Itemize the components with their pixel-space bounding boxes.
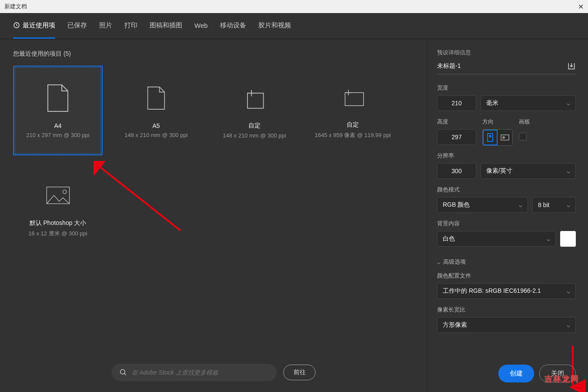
tab-photo[interactable]: 照片 (99, 13, 112, 39)
page-icon (144, 83, 168, 114)
tab-web[interactable]: Web (194, 14, 208, 38)
color-mode-select[interactable]: RGB 颜色⌵ (437, 197, 528, 213)
tab-label: 已保存 (67, 21, 87, 30)
close-button[interactable]: 关闭 (539, 365, 576, 382)
chevron-down-icon: ⌵ (437, 259, 441, 265)
select-value: 工作中的 RGB: sRGB IEC61966-2.1 (443, 287, 541, 295)
tab-art[interactable]: 图稿和插图 (150, 13, 182, 39)
preset-title: 自定 (248, 122, 261, 130)
artboard-label: 画板 (519, 118, 530, 126)
tab-print[interactable]: 打印 (124, 13, 137, 39)
pixel-ratio-select[interactable]: 方形像素⌵ (437, 317, 576, 333)
clock-icon (13, 22, 20, 29)
svg-rect-3 (47, 187, 69, 204)
svg-point-4 (63, 190, 66, 194)
tab-label: 打印 (124, 21, 137, 30)
height-input[interactable] (437, 129, 476, 145)
tab-label: Web (194, 22, 208, 29)
preset-custom-2[interactable]: 自定 1645 x 959 像素 @ 119.99 ppi (308, 66, 398, 155)
tab-recent[interactable]: 最近使用项 (13, 13, 55, 39)
chevron-down-icon: ⌵ (567, 201, 570, 208)
background-select[interactable]: 白色⌵ (437, 231, 556, 247)
chevron-down-icon: ⌵ (567, 288, 570, 295)
presets-panel: 您最近使用的项目 (5) A4 210 x 297 mm @ 300 ppi A… (0, 39, 427, 392)
preset-desc: 1645 x 959 像素 @ 119.99 ppi (314, 131, 391, 139)
tab-label: 图稿和插图 (150, 21, 182, 30)
background-swatch[interactable] (560, 231, 576, 247)
resolution-input[interactable] (437, 163, 476, 179)
preset-title: A4 (54, 122, 61, 129)
recent-items-header: 您最近使用的项目 (5) (13, 50, 414, 58)
chevron-down-icon: ⌵ (547, 235, 550, 242)
search-icon (120, 369, 127, 376)
details-header: 预设详细信息 (437, 49, 576, 57)
svg-rect-2 (345, 92, 363, 105)
svg-point-9 (489, 135, 491, 137)
pixel-ratio-label: 像素长宽比 (437, 306, 576, 314)
tab-saved[interactable]: 已保存 (67, 13, 87, 39)
new-document-dialog: 最近使用项 已保存 照片 打印 图稿和插图 Web 移动设备 胶片和视频 您最近… (0, 13, 588, 392)
document-name[interactable]: 未标题-1 (437, 62, 461, 70)
window-title: 新建文档 (4, 3, 27, 10)
select-value: RGB 颜色 (443, 201, 470, 209)
preset-default-ps[interactable]: 默认 Photoshop 大小 16 x 12 厘米 @ 300 ppi (13, 164, 103, 254)
preset-title: A5 (152, 122, 160, 129)
color-profile-label: 颜色配置文件 (437, 272, 576, 280)
width-input[interactable] (437, 95, 476, 111)
tab-film[interactable]: 胶片和视频 (258, 13, 291, 39)
orientation-label: 方向 (482, 118, 513, 126)
stock-search-field[interactable] (112, 364, 277, 381)
bit-depth-select[interactable]: 8 bit⌵ (532, 197, 576, 213)
chevron-down-icon: ⌵ (567, 168, 570, 174)
tab-label: 照片 (99, 21, 112, 30)
svg-point-11 (503, 137, 504, 138)
preset-title: 默认 Photoshop 大小 (30, 219, 87, 227)
chevron-down-icon: ⌵ (519, 201, 522, 208)
select-value: 毫米 (486, 99, 498, 107)
stock-search-bar: 前往 (112, 364, 316, 381)
advanced-label: 高级选项 (443, 258, 466, 266)
preset-custom-1[interactable]: 自定 148 x 210 mm @ 300 ppi (210, 66, 299, 155)
tab-label: 胶片和视频 (258, 21, 291, 30)
stock-search-input[interactable] (132, 369, 269, 376)
color-mode-label: 颜色模式 (437, 186, 576, 194)
tab-label: 最近使用项 (23, 21, 55, 30)
tab-label: 移动设备 (220, 21, 246, 30)
resolution-unit-select[interactable]: 像素/英寸⌵ (481, 163, 576, 179)
category-tabs: 最近使用项 已保存 照片 打印 图稿和插图 Web 移动设备 胶片和视频 (0, 13, 588, 39)
advanced-options-toggle[interactable]: ⌵ 高级选项 (437, 258, 576, 266)
svg-rect-1 (247, 93, 264, 108)
save-preset-icon[interactable] (567, 62, 576, 70)
preset-desc: 148 x 210 mm @ 300 ppi (223, 132, 286, 139)
clipboard-icon (341, 82, 365, 112)
orientation-portrait[interactable] (483, 130, 498, 145)
svg-line-7 (124, 373, 126, 375)
resolution-label: 分辨率 (437, 152, 576, 160)
select-value: 8 bit (538, 201, 549, 208)
width-unit-select[interactable]: 毫米⌵ (481, 95, 576, 111)
preset-desc: 210 x 297 mm @ 300 ppi (26, 132, 89, 138)
orientation-landscape[interactable] (498, 130, 512, 145)
background-label: 背景内容 (437, 220, 576, 228)
select-value: 白色 (443, 235, 455, 243)
preset-title: 自定 (347, 121, 359, 129)
chevron-down-icon: ⌵ (567, 100, 570, 107)
create-button[interactable]: 创建 (498, 365, 534, 382)
page-icon (46, 83, 70, 114)
image-icon (46, 180, 70, 211)
color-profile-select[interactable]: 工作中的 RGB: sRGB IEC61966-2.1⌵ (437, 283, 576, 299)
preset-details-panel: 预设详细信息 未标题-1 宽度 毫米⌵ 高度 方向 (427, 39, 588, 392)
titlebar: 新建文档 ✕ (0, 0, 588, 13)
close-icon[interactable]: ✕ (578, 3, 584, 11)
preset-a4[interactable]: A4 210 x 297 mm @ 300 ppi (13, 66, 103, 155)
tab-mobile[interactable]: 移动设备 (220, 13, 246, 39)
artboard-checkbox[interactable] (519, 133, 527, 141)
preset-desc: 16 x 12 厘米 @ 300 ppi (28, 230, 87, 238)
go-button[interactable]: 前往 (284, 365, 316, 380)
svg-point-6 (120, 369, 125, 374)
chevron-down-icon: ⌵ (567, 322, 570, 328)
select-value: 方形像素 (443, 321, 467, 329)
preset-desc: 148 x 210 mm @ 300 ppi (124, 132, 187, 138)
height-label: 高度 (437, 118, 476, 126)
preset-a5[interactable]: A5 148 x 210 mm @ 300 ppi (111, 66, 201, 155)
